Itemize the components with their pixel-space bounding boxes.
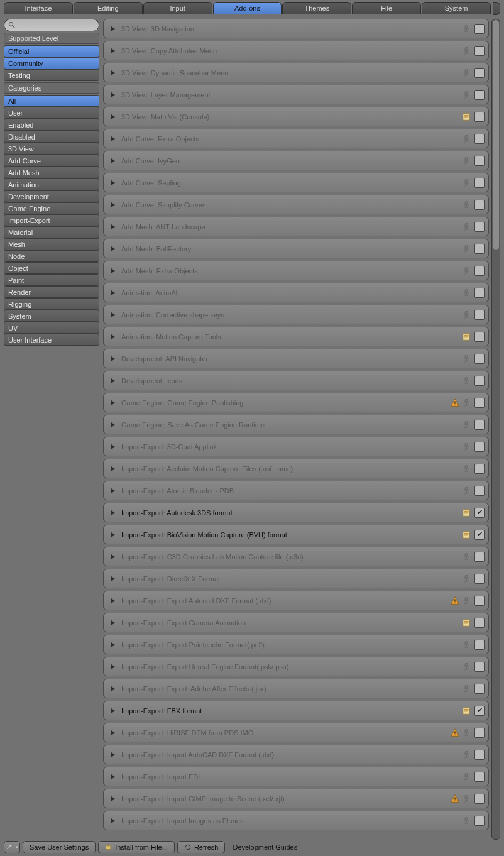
- expand-toggle[interactable]: [107, 598, 119, 603]
- category-material[interactable]: Material: [4, 226, 99, 238]
- user-doc-icon[interactable]: [461, 684, 472, 693]
- user-doc-icon[interactable]: [461, 244, 472, 253]
- user-doc-icon[interactable]: [461, 398, 472, 407]
- enable-checkbox[interactable]: [474, 354, 485, 364]
- user-doc-icon[interactable]: [461, 156, 472, 165]
- tab-add-ons[interactable]: Add-ons: [213, 2, 282, 14]
- expand-toggle[interactable]: [107, 114, 119, 119]
- user-doc-icon[interactable]: [461, 574, 472, 583]
- category-game-engine[interactable]: Game Engine: [4, 202, 99, 214]
- tab-editing[interactable]: Editing: [74, 2, 143, 14]
- user-doc-icon[interactable]: [461, 750, 472, 759]
- supported-community[interactable]: Community: [4, 57, 99, 69]
- category-user[interactable]: User: [4, 107, 99, 119]
- category-add-mesh[interactable]: Add Mesh: [4, 167, 99, 178]
- user-doc-icon[interactable]: [461, 69, 472, 77]
- expand-toggle[interactable]: [107, 224, 119, 229]
- enable-checkbox[interactable]: [474, 244, 485, 254]
- user-doc-icon[interactable]: [461, 47, 472, 55]
- enable-checkbox[interactable]: [474, 750, 485, 760]
- supported-testing[interactable]: Testing: [4, 69, 99, 81]
- expand-toggle[interactable]: [107, 26, 119, 31]
- expand-toggle[interactable]: [107, 818, 119, 823]
- scrollbar[interactable]: [491, 19, 500, 840]
- expand-toggle[interactable]: [107, 378, 119, 383]
- expand-toggle[interactable]: [107, 334, 119, 339]
- category-rigging[interactable]: Rigging: [4, 298, 99, 310]
- expand-toggle[interactable]: [107, 576, 119, 581]
- tab-input[interactable]: Input: [143, 2, 212, 14]
- enable-checkbox[interactable]: [474, 728, 485, 738]
- enable-checkbox[interactable]: [474, 530, 485, 540]
- user-doc-icon[interactable]: [461, 288, 472, 297]
- category-paint[interactable]: Paint: [4, 274, 99, 286]
- user-doc-icon[interactable]: [461, 200, 472, 209]
- user-doc-icon[interactable]: [461, 640, 472, 649]
- tab-interface[interactable]: Interface: [4, 2, 73, 14]
- expand-toggle[interactable]: [107, 554, 119, 559]
- user-doc-icon[interactable]: [461, 816, 472, 825]
- enable-checkbox[interactable]: [474, 486, 485, 496]
- category-node[interactable]: Node: [4, 250, 99, 262]
- development-guides-link[interactable]: Development Guides: [227, 843, 302, 851]
- user-doc-icon[interactable]: [461, 772, 472, 781]
- category-enabled[interactable]: Enabled: [4, 119, 99, 131]
- enable-checkbox[interactable]: [474, 24, 485, 34]
- script-doc-icon[interactable]: [461, 112, 472, 121]
- user-doc-icon[interactable]: [461, 25, 472, 33]
- user-doc-icon[interactable]: [461, 222, 472, 231]
- category-development[interactable]: Development: [4, 190, 99, 202]
- enable-checkbox[interactable]: [474, 794, 485, 804]
- user-doc-icon[interactable]: [461, 794, 472, 803]
- expand-toggle[interactable]: [107, 312, 119, 317]
- enable-checkbox[interactable]: [474, 200, 485, 210]
- enable-checkbox[interactable]: [474, 310, 485, 320]
- expand-toggle[interactable]: [107, 180, 119, 185]
- enable-checkbox[interactable]: [474, 574, 485, 584]
- user-doc-icon[interactable]: [461, 310, 472, 319]
- script-doc-icon[interactable]: [461, 618, 472, 627]
- user-doc-icon[interactable]: [461, 486, 472, 495]
- enable-checkbox[interactable]: [474, 596, 485, 606]
- category-import-export[interactable]: Import-Export: [4, 214, 99, 226]
- category-object[interactable]: Object: [4, 262, 99, 274]
- expand-toggle[interactable]: [107, 466, 119, 471]
- enable-checkbox[interactable]: [474, 112, 485, 122]
- enable-checkbox[interactable]: [474, 618, 485, 628]
- enable-checkbox[interactable]: [474, 134, 485, 144]
- expand-toggle[interactable]: [107, 752, 119, 757]
- enable-checkbox[interactable]: [474, 772, 485, 782]
- expand-toggle[interactable]: [107, 620, 119, 625]
- editor-type-button[interactable]: ▾: [4, 841, 20, 853]
- enable-checkbox[interactable]: [474, 46, 485, 56]
- refresh-button[interactable]: Refresh: [177, 841, 226, 853]
- enable-checkbox[interactable]: [474, 706, 485, 716]
- user-doc-icon[interactable]: [461, 266, 472, 275]
- expand-toggle[interactable]: [107, 136, 119, 141]
- category-mesh[interactable]: Mesh: [4, 238, 99, 250]
- user-doc-icon[interactable]: [461, 442, 472, 451]
- user-doc-icon[interactable]: [461, 91, 472, 99]
- script-doc-icon[interactable]: [461, 706, 472, 715]
- expand-toggle[interactable]: [107, 796, 119, 801]
- tabstrip-scroll[interactable]: [493, 2, 500, 15]
- enable-checkbox[interactable]: [474, 552, 485, 562]
- enable-checkbox[interactable]: [474, 662, 485, 672]
- enable-checkbox[interactable]: [474, 178, 485, 188]
- expand-toggle[interactable]: [107, 268, 119, 273]
- enable-checkbox[interactable]: [474, 90, 485, 100]
- category-render[interactable]: Render: [4, 286, 99, 298]
- category-uv[interactable]: UV: [4, 322, 99, 334]
- category-system[interactable]: System: [4, 310, 99, 322]
- script-doc-icon[interactable]: [461, 508, 472, 517]
- expand-toggle[interactable]: [107, 664, 119, 669]
- enable-checkbox[interactable]: [474, 464, 485, 474]
- tab-themes[interactable]: Themes: [282, 2, 351, 14]
- tab-system[interactable]: System: [422, 2, 491, 14]
- expand-toggle[interactable]: [107, 158, 119, 163]
- search-input[interactable]: [4, 19, 99, 31]
- enable-checkbox[interactable]: [474, 376, 485, 386]
- enable-checkbox[interactable]: [474, 420, 485, 430]
- supported-official[interactable]: Official: [4, 45, 99, 57]
- expand-toggle[interactable]: [107, 202, 119, 207]
